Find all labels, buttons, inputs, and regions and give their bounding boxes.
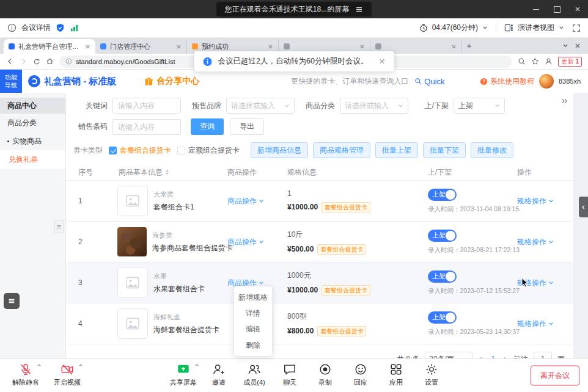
checkbox-fixed-card[interactable]: 定额组合提货卡 <box>177 145 240 156</box>
minimize-button[interactable] <box>526 0 546 18</box>
browser-tab-store[interactable]: 门店管理中心 <box>95 39 187 54</box>
brand-select[interactable]: 请选择或输入 <box>226 98 295 114</box>
user-icon[interactable] <box>545 57 553 65</box>
browser-update-badge[interactable]: 更新 1 <box>558 57 582 67</box>
category-placeholder: 请选择或输入 <box>345 101 389 111</box>
leave-meeting-button[interactable]: 离开会议 <box>531 366 579 386</box>
share-screen-button[interactable]: 共享屏幕 <box>166 362 200 387</box>
settings-button[interactable]: 设置 <box>414 362 449 387</box>
batch-on-shelf-button[interactable]: 批量上架 <box>375 142 418 158</box>
quick-search-link[interactable]: Quick <box>414 77 444 86</box>
fullscreen-icon[interactable] <box>572 24 581 32</box>
forward-icon[interactable] <box>20 57 28 65</box>
meeting-app-window: 您正在观看金禾通技术王斌18...的屏幕 会议详情 04:47(60分钟) 演讲… <box>0 0 588 392</box>
sort-icon[interactable] <box>165 169 169 175</box>
batch-edit-button[interactable]: 批量修改 <box>471 142 513 158</box>
spec-action-link[interactable]: 规格操作 <box>517 196 554 206</box>
tab-close-icon[interactable] <box>451 44 457 49</box>
shelf-toggle[interactable]: 上架 <box>428 189 457 201</box>
spec-manage-button[interactable]: 商品规格管理 <box>313 142 370 158</box>
browser-tab-goods[interactable]: 礼盒营销平台管理中心 <box>4 39 95 54</box>
menu-item-edit[interactable]: 编辑 <box>234 321 272 337</box>
tab-list-chevron-icon[interactable] <box>562 43 568 49</box>
tab-close-icon[interactable] <box>268 44 273 49</box>
function-nav-button[interactable]: 功能 导航 <box>0 70 22 93</box>
sidebar-item-gift-vouchers[interactable]: 兑换礼券 <box>0 150 65 169</box>
chevron-up-icon[interactable] <box>78 363 83 368</box>
back-icon[interactable] <box>6 57 14 65</box>
collapse-chevrons-icon[interactable] <box>560 98 568 104</box>
close-button[interactable] <box>567 0 588 18</box>
shelf-select[interactable]: 上架 <box>454 98 505 114</box>
record-button[interactable]: 录制 <box>308 362 342 387</box>
avatar[interactable] <box>539 74 554 89</box>
sidebar-item-categories[interactable]: 商品分类 <box>0 114 65 132</box>
shelf-toggle[interactable]: 上架 <box>428 311 457 324</box>
toolbar-buttons: 新增商品信息 商品规格管理 批量上架 批量下架 批量修改 <box>251 142 513 158</box>
close-icon <box>378 58 385 65</box>
username[interactable]: 8385xh <box>559 78 581 85</box>
search-button[interactable]: 查询 <box>191 118 224 135</box>
spec-name: 1000元 <box>287 270 311 281</box>
product-action-link[interactable]: 商品操作 <box>227 196 264 206</box>
spec-name: 800型 <box>287 311 307 322</box>
tab-close-icon[interactable] <box>359 44 365 49</box>
product-action-link[interactable]: 商品操作 <box>227 237 264 247</box>
new-tab-icon[interactable] <box>466 43 472 49</box>
brand-placeholder: 请选择或输入 <box>231 101 275 111</box>
shelf-toggle[interactable]: 上架 <box>428 230 457 242</box>
window-controls <box>526 0 588 18</box>
shield-icon[interactable] <box>56 23 65 32</box>
tutorial-link[interactable]: 系统使用教程 <box>480 76 534 87</box>
add-product-button[interactable]: 新增商品信息 <box>251 142 308 158</box>
view-mode-label[interactable]: 演讲者视图 <box>518 23 554 33</box>
star-icon[interactable] <box>531 57 539 65</box>
invite-button[interactable]: 邀请 <box>202 362 236 387</box>
toast-close-button[interactable] <box>378 58 385 65</box>
tab-close-icon[interactable] <box>85 44 90 49</box>
reaction-button[interactable]: 回应 <box>344 362 378 387</box>
spec-action-link[interactable]: 规格操作 <box>517 278 554 288</box>
spec-action-link[interactable]: 规格操作 <box>517 319 554 329</box>
banner-menu-icon[interactable] <box>355 5 363 13</box>
members-button[interactable]: 成员(4) <box>237 362 271 387</box>
start-video-button[interactable]: 开启视频 <box>50 362 84 387</box>
maximize-button[interactable] <box>546 0 567 18</box>
share-center-link[interactable]: 合分享中心 <box>144 76 199 87</box>
category-select[interactable]: 请选择或输入 <box>340 98 408 114</box>
unmute-button[interactable]: 解除静音 <box>9 362 43 387</box>
right-panel-flyout[interactable] <box>579 197 588 217</box>
tab-favicon <box>100 43 106 49</box>
menu-item-delete[interactable]: 删除 <box>234 337 272 353</box>
tab-favicon <box>375 43 381 49</box>
export-button[interactable]: 导出 <box>230 118 264 135</box>
sidebar-drag-handle[interactable] <box>54 220 64 233</box>
batch-off-shelf-button[interactable]: 批量下架 <box>423 142 466 158</box>
sidebar-section-product-center[interactable]: 商品中心 <box>0 98 65 114</box>
chevron-down-icon[interactable] <box>559 25 564 31</box>
meeting-details-label[interactable]: 会议详情 <box>21 23 51 33</box>
keyword-input[interactable] <box>112 98 181 114</box>
chevron-up-icon[interactable] <box>194 363 199 368</box>
tabstrip-close-icon[interactable] <box>575 43 581 49</box>
apps-button[interactable]: 应用 <box>379 362 413 387</box>
barcode-input[interactable] <box>112 119 181 135</box>
chevron-up-icon[interactable] <box>37 363 42 368</box>
menu-item-details[interactable]: 详情 <box>234 305 272 321</box>
chat-button[interactable]: 聊天 <box>273 362 307 387</box>
home-icon[interactable] <box>46 57 54 65</box>
floating-dock-widget[interactable] <box>4 293 20 309</box>
site-info-icon[interactable] <box>65 58 72 65</box>
refresh-icon[interactable] <box>33 58 40 65</box>
tab-title: 预约成功 <box>202 42 264 51</box>
picture-icon <box>125 193 141 209</box>
search-icon[interactable] <box>518 57 526 65</box>
sidebar-item-physical-goods[interactable]: 实物商品 <box>0 132 65 150</box>
site-header: 功能 导航 礼盒营销 - 标准版 合分享中心 更快捷的券卡、订单和快递查询入口 … <box>0 70 588 93</box>
tab-close-icon[interactable] <box>176 44 182 49</box>
chevron-down-icon[interactable] <box>482 25 488 31</box>
spec-action-link[interactable]: 规格操作 <box>517 237 554 247</box>
checkbox-combo-card[interactable]: 套餐组合提货卡 <box>109 145 171 156</box>
menu-item-add-spec[interactable]: 新增规格 <box>234 289 272 305</box>
shelf-toggle[interactable]: 上架 <box>428 270 457 283</box>
